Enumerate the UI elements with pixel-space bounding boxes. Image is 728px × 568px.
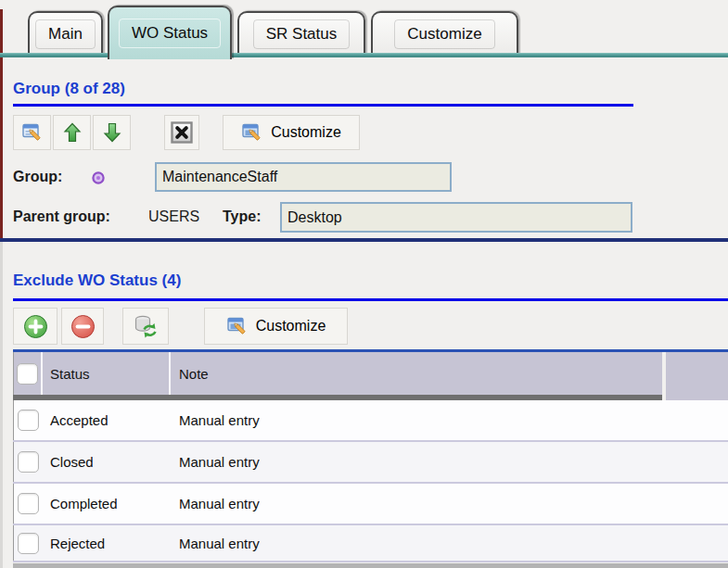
select-all-checkbox[interactable]: [17, 363, 38, 385]
remove-row-button[interactable]: [61, 308, 104, 345]
table-row-rejected[interactable]: Rejected Manual entry: [13, 525, 728, 561]
database-refresh-icon: [133, 313, 159, 339]
left-edge-stripe-lower: [0, 241, 3, 568]
table-bottom-edge: [13, 563, 728, 568]
exclude-customize-label: Customize: [256, 318, 326, 334]
tab-sr-status[interactable]: SR Status: [237, 11, 365, 56]
note-cell: Manual entry: [171, 442, 728, 482]
group-section-rule: [13, 104, 633, 107]
group-field-label: Group:: [13, 169, 62, 185]
close-x-icon: [171, 121, 193, 144]
group-section-title: Group (8 of 28): [13, 80, 125, 98]
group-customize-label: Customize: [271, 124, 341, 141]
type-input[interactable]: [280, 202, 632, 233]
move-down-button[interactable]: [93, 115, 131, 150]
group-detail-page: Main WO Status SR Status Customize Group…: [0, 0, 728, 568]
tab-wo-status[interactable]: WO Status: [108, 6, 232, 59]
add-row-button[interactable]: [13, 308, 57, 345]
tab-main[interactable]: Main: [28, 11, 103, 56]
table-row-closed[interactable]: Closed Manual entry: [13, 442, 728, 482]
row-separator: [13, 561, 728, 562]
status-cell: Closed: [43, 442, 171, 482]
plus-circle-icon: [23, 314, 48, 339]
status-cell: Accepted: [43, 400, 171, 440]
purple-orb-icon: [92, 171, 105, 184]
note-cell: Manual entry: [171, 400, 728, 440]
group-name-input[interactable]: [155, 162, 452, 192]
arrow-up-icon: [62, 122, 83, 143]
move-up-button[interactable]: [53, 115, 91, 150]
status-cell: Rejected: [43, 525, 171, 561]
exclude-customize-button[interactable]: Customize: [204, 308, 348, 345]
tab-customize-label: Customize: [394, 19, 494, 49]
status-cell: Completed: [43, 484, 171, 524]
table-row-completed[interactable]: Completed Manual entry: [13, 484, 728, 524]
extra-column-header: [666, 352, 728, 402]
group-customize-button[interactable]: Customize: [223, 115, 360, 150]
select-all-cell: [14, 352, 43, 395]
tab-main-label: Main: [35, 19, 96, 49]
exclude-section-title: Exclude WO Status (4): [13, 271, 181, 290]
section-divider: [0, 238, 728, 242]
tab-wo-status-label: WO Status: [119, 19, 221, 48]
parent-group-value: USERS: [148, 208, 199, 225]
note-cell: Manual entry: [171, 484, 728, 524]
delete-button[interactable]: [164, 115, 199, 150]
left-edge-stripe: [0, 9, 3, 241]
exclude-section-rule: [13, 298, 728, 301]
row-checkbox[interactable]: [18, 451, 39, 473]
edit-record-button[interactable]: [13, 115, 51, 150]
note-column-header[interactable]: Note: [171, 352, 662, 395]
customize-form-pencil-icon: [226, 315, 249, 337]
row-checkbox[interactable]: [18, 533, 39, 554]
row-checkbox[interactable]: [18, 410, 39, 431]
minus-circle-icon: [70, 314, 96, 339]
row-checkbox[interactable]: [18, 493, 39, 514]
note-cell: Manual entry: [171, 525, 728, 561]
status-column-header[interactable]: Status: [43, 352, 171, 395]
tab-sr-status-label: SR Status: [253, 19, 351, 49]
parent-group-label: Parent group:: [13, 208, 110, 225]
customize-form-pencil-icon: [241, 121, 263, 144]
arrow-down-icon: [102, 122, 122, 143]
type-field-label: Type:: [223, 208, 261, 225]
tab-customize[interactable]: Customize: [371, 11, 518, 56]
table-header-row: Status Note: [13, 352, 662, 395]
refresh-data-button[interactable]: [122, 308, 169, 345]
table-row-accepted[interactable]: Accepted Manual entry: [13, 400, 728, 440]
edit-form-pencil-icon: [21, 121, 44, 144]
